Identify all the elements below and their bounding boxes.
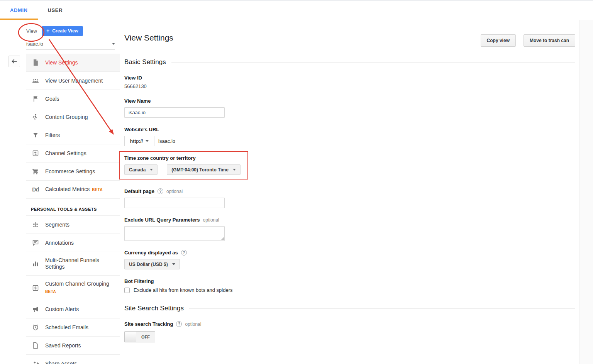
sidebar-item-custom-channel-grouping[interactable]: Custom Channel GroupingBETA — [26, 276, 120, 300]
sidebar-item-calculated-metrics[interactable]: DdCalculated MetricsBETA — [26, 181, 120, 199]
person-add-icon — [32, 360, 39, 364]
sidebar-item-label: Goals — [45, 96, 59, 102]
report-icon — [32, 342, 39, 349]
create-view-label: Create View — [52, 28, 78, 34]
sidebar-item-label: Channel Settings — [45, 150, 86, 157]
sidebar-item-label: Segments — [45, 222, 69, 228]
exclude-params-label: Exclude URL Query Parameters — [124, 217, 200, 223]
website-url-field: Website's URL http:// — [124, 127, 575, 146]
view-selector-dropdown[interactable]: isaac.io — [26, 41, 115, 50]
cart-icon — [32, 168, 39, 175]
annotation-icon — [32, 239, 39, 247]
sidebar-item-label: Share Assets — [45, 361, 77, 364]
site-search-section-header: Site Search Settings — [124, 305, 575, 312]
website-url-label: Website's URL — [124, 127, 575, 132]
page-title: View Settings — [124, 33, 173, 42]
chevron-down-icon — [146, 140, 149, 142]
chevron-down-icon — [150, 169, 153, 171]
bot-filtering-checkbox-label: Exclude all hits from known bots and spi… — [134, 287, 233, 293]
active-tab-underline — [0, 19, 38, 20]
toggle-state-label: OFF — [136, 331, 155, 342]
country-dropdown[interactable]: Canada — [124, 164, 158, 175]
view-column-label: View — [24, 28, 37, 34]
admin-tab-bar: ADMIN USER — [0, 1, 593, 20]
view-name-label: View Name — [124, 98, 575, 104]
basic-settings-section-header: Basic Settings — [124, 58, 575, 66]
current-view-name: isaac.io — [26, 41, 43, 47]
plus-icon: + — [46, 29, 49, 33]
site-search-tracking-field: Site search Tracking ? optional OFF — [124, 321, 575, 344]
section-divider — [189, 308, 575, 309]
view-id-label: View ID — [124, 75, 575, 81]
website-url-input[interactable] — [154, 136, 253, 146]
timezone-dropdown[interactable]: (GMT-04:00) Toronto Time — [167, 164, 241, 175]
chevron-down-icon — [172, 263, 175, 265]
exclude-params-textarea[interactable] — [124, 226, 225, 241]
sidebar-item-saved-reports[interactable]: Saved Reports — [26, 337, 120, 355]
sidebar-item-view-user-management[interactable]: View User Management — [26, 72, 120, 90]
optional-tag: optional — [166, 189, 183, 194]
analytics-admin-page: ADMIN USER View + Create View isaac.io V… — [0, 0, 593, 364]
back-arrow-icon — [10, 58, 18, 65]
alarm-clock-icon — [32, 323, 39, 331]
sidebar-item-filters[interactable]: Filters — [26, 126, 120, 144]
people-icon — [32, 77, 39, 85]
segments-icon — [32, 221, 39, 229]
page-icon — [32, 59, 39, 66]
sidebar-item-label: Content Grouping — [45, 114, 88, 120]
sidebar-item-multi-channel-funnels-settings[interactable]: Multi-Channel Funnels Settings — [26, 252, 120, 276]
tab-user-label: USER — [48, 7, 63, 13]
optional-tag: optional — [185, 322, 201, 327]
sidebar-item-content-grouping[interactable]: Content Grouping — [26, 108, 120, 126]
tab-user[interactable]: USER — [38, 1, 73, 20]
timezone-label: Time zone country or territory — [124, 155, 241, 161]
sidebar-item-share-assets[interactable]: Share Assets — [26, 355, 120, 364]
sidebar-item-label: Custom Alerts — [45, 306, 79, 313]
optional-tag: optional — [203, 217, 219, 223]
protocol-value: http:// — [130, 139, 143, 144]
megaphone-icon — [32, 305, 39, 313]
bot-filtering-field: Bot Filtering Exclude all hits from know… — [124, 278, 575, 293]
help-icon[interactable]: ? — [181, 250, 187, 256]
copy-view-button[interactable]: Copy view — [481, 34, 516, 47]
protocol-dropdown[interactable]: http:// — [125, 136, 154, 146]
collapse-panel-button[interactable] — [8, 56, 20, 67]
person-icon — [32, 113, 39, 121]
sidebar-item-label: Filters — [45, 132, 60, 139]
sidebar-item-label: Multi-Channel Funnels Settings — [45, 257, 117, 270]
channel-settings-icon — [32, 149, 39, 157]
sidebar-item-channel-settings[interactable]: Channel Settings — [26, 144, 120, 163]
toggle-knob[interactable] — [124, 331, 136, 342]
beta-badge: BETA — [45, 288, 109, 295]
move-to-trash-button[interactable]: Move to trash can — [524, 34, 575, 47]
panel-divider-line — [14, 67, 14, 362]
default-page-input[interactable] — [124, 198, 225, 208]
view-name-input[interactable] — [124, 107, 225, 118]
sidebar-item-segments[interactable]: Segments — [26, 216, 120, 234]
site-search-tracking-label: Site search Tracking — [124, 321, 173, 327]
sidebar-item-ecommerce-settings[interactable]: Ecommerce Settings — [26, 163, 120, 181]
currency-dropdown[interactable]: US Dollar (USD $) — [124, 259, 180, 269]
sidebar-item-annotations[interactable]: Annotations — [26, 234, 120, 252]
dd-icon: Dd — [32, 186, 39, 193]
tab-admin[interactable]: ADMIN — [0, 1, 38, 20]
view-name-field: View Name — [124, 98, 575, 118]
help-icon[interactable]: ? — [176, 321, 182, 327]
channel-grouping-icon — [32, 284, 39, 292]
help-icon[interactable]: ? — [158, 188, 163, 194]
site-search-toggle[interactable]: OFF — [124, 331, 155, 342]
section-divider — [171, 62, 575, 63]
form-divider — [124, 361, 575, 361]
sidebar-section-header: PERSONAL TOOLS & ASSETS — [26, 199, 120, 216]
timezone-field-highlighted: Time zone country or territory Canada (G… — [119, 151, 248, 179]
right-gutter — [579, 20, 593, 364]
bot-filtering-checkbox[interactable] — [124, 288, 130, 293]
sidebar-item-label: Custom Channel GroupingBETA — [45, 281, 109, 295]
sidebar-item-view-settings[interactable]: View Settings — [26, 54, 120, 72]
sidebar-item-goals[interactable]: Goals — [26, 90, 120, 108]
sidebar-item-scheduled-emails[interactable]: Scheduled Emails — [26, 318, 120, 337]
create-view-button[interactable]: + Create View — [42, 26, 83, 36]
sidebar-item-label: View User Management — [45, 78, 103, 84]
tab-admin-label: ADMIN — [10, 7, 28, 13]
sidebar-item-custom-alerts[interactable]: Custom Alerts — [26, 300, 120, 318]
